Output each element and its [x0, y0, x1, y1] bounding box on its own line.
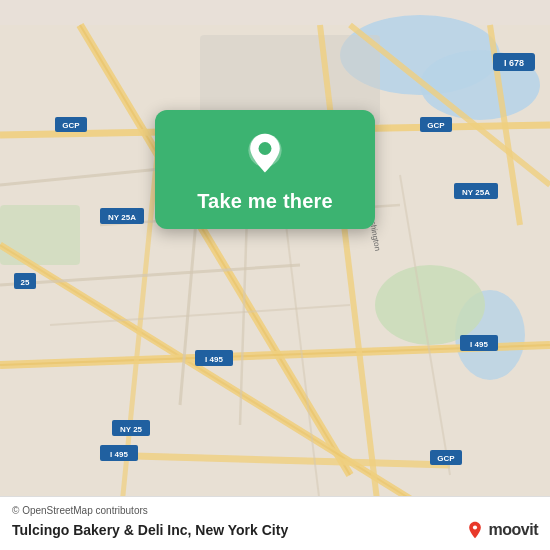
- svg-text:NY 25A: NY 25A: [108, 213, 136, 222]
- take-me-there-button[interactable]: Take me there: [197, 190, 333, 213]
- svg-text:25: 25: [21, 278, 30, 287]
- svg-point-53: [259, 142, 272, 155]
- bottom-bar: © OpenStreetMap contributors Tulcingo Ba…: [0, 496, 550, 550]
- svg-text:I 495: I 495: [110, 450, 128, 459]
- location-card: Take me there: [155, 110, 375, 229]
- svg-point-5: [375, 265, 485, 345]
- map-attribution: © OpenStreetMap contributors: [12, 505, 538, 516]
- moovit-logo: moovit: [465, 520, 538, 540]
- svg-text:GCP: GCP: [62, 121, 80, 130]
- svg-text:NY 25: NY 25: [120, 425, 143, 434]
- svg-text:I 495: I 495: [205, 355, 223, 364]
- map-container: I 678 GCP GCP GCP NY 25A NY 25A NY 25 25…: [0, 0, 550, 550]
- svg-text:I 495: I 495: [470, 340, 488, 349]
- moovit-brand-icon: [465, 520, 485, 540]
- moovit-text: moovit: [489, 521, 538, 539]
- pin-icon: [241, 130, 289, 178]
- svg-text:GCP: GCP: [437, 454, 455, 463]
- map-svg: I 678 GCP GCP GCP NY 25A NY 25A NY 25 25…: [0, 0, 550, 550]
- location-name: Tulcingo Bakery & Deli Inc, New York Cit…: [12, 522, 288, 538]
- svg-point-54: [472, 525, 476, 529]
- location-info: Tulcingo Bakery & Deli Inc, New York Cit…: [12, 520, 538, 540]
- svg-text:GCP: GCP: [427, 121, 445, 130]
- svg-text:NY 25A: NY 25A: [462, 188, 490, 197]
- svg-text:I 678: I 678: [504, 58, 524, 68]
